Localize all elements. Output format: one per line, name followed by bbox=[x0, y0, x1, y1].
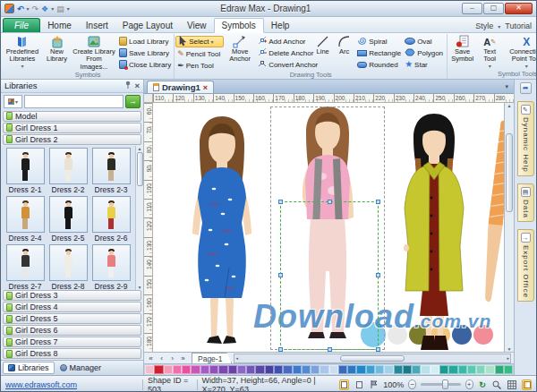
page-view-button[interactable] bbox=[354, 379, 363, 390]
scroll-left-icon[interactable]: ◂ bbox=[235, 355, 238, 361]
save-symbol-button[interactable]: Save Symbol bbox=[448, 34, 476, 70]
document-tab[interactable]: Drawing1 × bbox=[147, 81, 214, 93]
library-group-bar[interactable]: Girl Dress 8 bbox=[3, 348, 141, 359]
preview-icon[interactable]: ▤ bbox=[56, 4, 64, 13]
page-tab[interactable]: Page-1 bbox=[192, 353, 232, 363]
star-tool-button[interactable]: ★Star bbox=[403, 59, 446, 70]
library-scrollbar[interactable]: ▲ ▼ bbox=[135, 146, 143, 290]
selection-handle[interactable] bbox=[376, 273, 380, 277]
color-swatch[interactable] bbox=[458, 365, 467, 374]
search-go-button[interactable]: → bbox=[125, 95, 141, 108]
pan-window-button[interactable] bbox=[507, 379, 517, 390]
symbol-thumbnail[interactable]: Dress 2-8 bbox=[47, 244, 90, 290]
tutorial-button[interactable]: Tutorial bbox=[505, 21, 532, 30]
color-swatch[interactable] bbox=[302, 365, 311, 374]
color-swatch[interactable] bbox=[467, 365, 476, 374]
ribbon-tab[interactable]: Insert bbox=[79, 19, 115, 32]
horizontal-scrollbar[interactable]: ◂ ▸ bbox=[234, 354, 511, 363]
scroll-right-icon[interactable]: ▸ bbox=[507, 355, 509, 361]
tab-libraries[interactable]: Libraries bbox=[3, 362, 55, 374]
app-icon[interactable] bbox=[4, 4, 14, 13]
save-library-button[interactable]: Save Library bbox=[117, 47, 173, 58]
last-page-button[interactable]: » bbox=[178, 354, 188, 363]
selection-handle[interactable] bbox=[328, 200, 332, 204]
color-swatch[interactable] bbox=[274, 365, 283, 374]
selection-handle[interactable] bbox=[376, 200, 380, 204]
color-swatch[interactable] bbox=[347, 365, 356, 374]
line-tool-button[interactable]: Line bbox=[312, 34, 333, 71]
library-group-bar[interactable]: Girl Dress 6 bbox=[3, 325, 141, 336]
load-library-button[interactable]: Load Library bbox=[117, 36, 173, 47]
scroll-up-icon[interactable]: ▲ bbox=[507, 103, 512, 108]
selection-handle[interactable] bbox=[278, 273, 283, 277]
format-painter-icon[interactable]: ❖ bbox=[41, 4, 48, 13]
zoom-slider[interactable] bbox=[421, 383, 460, 386]
tab-export-office[interactable]: → Export Office bbox=[517, 229, 534, 302]
pencil-tool-button[interactable]: ✎Pencil Tool bbox=[175, 48, 224, 59]
connection-point-tool-button[interactable]: X Connection Point Tool▾ bbox=[503, 34, 536, 70]
library-group-bar[interactable]: Girl Dress 5 bbox=[3, 313, 141, 324]
color-swatch[interactable] bbox=[439, 365, 448, 374]
drawing-canvas[interactable]: Download.com.vn bbox=[153, 103, 504, 352]
qat-menu-icon[interactable]: ▾ bbox=[67, 5, 70, 12]
pin-icon[interactable] bbox=[124, 81, 132, 90]
rounded-tool-button[interactable]: Rounded bbox=[355, 59, 402, 70]
ribbon-tab[interactable]: Page Layout bbox=[115, 19, 180, 32]
create-library-button[interactable]: Create Library From Images... bbox=[72, 34, 116, 71]
tab-dynamic-help[interactable]: ✎ Dynamic Help bbox=[517, 101, 534, 176]
symbol-thumbnail[interactable]: Dress 2-6 bbox=[90, 196, 132, 243]
undo-dropdown-icon[interactable]: ▾ bbox=[27, 5, 30, 12]
close-button[interactable]: ✕ bbox=[505, 3, 533, 14]
color-swatch[interactable] bbox=[228, 365, 237, 374]
color-swatch[interactable] bbox=[356, 365, 365, 374]
ribbon-tab[interactable]: Home bbox=[40, 19, 79, 32]
first-page-button[interactable]: « bbox=[146, 354, 156, 363]
toggle-panels-button[interactable] bbox=[522, 379, 532, 390]
arc-tool-button[interactable]: Arc bbox=[334, 34, 354, 71]
maximize-button[interactable]: ▢ bbox=[483, 3, 504, 14]
color-swatch[interactable] bbox=[265, 365, 274, 374]
color-swatch[interactable] bbox=[293, 365, 302, 374]
ribbon-tab[interactable]: View bbox=[180, 19, 214, 32]
color-swatch[interactable] bbox=[412, 365, 421, 374]
color-swatch[interactable] bbox=[329, 365, 338, 374]
tab-file[interactable]: File bbox=[3, 18, 40, 32]
close-library-button[interactable]: Close Library bbox=[117, 59, 173, 70]
color-swatch[interactable] bbox=[504, 365, 513, 374]
scroll-down-icon[interactable]: ▼ bbox=[138, 285, 142, 290]
add-anchor-button[interactable]: Add Anchor bbox=[256, 36, 311, 47]
color-swatch[interactable] bbox=[403, 365, 412, 374]
library-group-bar[interactable]: Girl Dress 3 bbox=[3, 290, 141, 301]
new-library-button[interactable]: New Library bbox=[43, 34, 71, 71]
symbol-thumbnail[interactable]: Dress 2-2 bbox=[47, 148, 90, 194]
scrollbar-thumb[interactable] bbox=[340, 355, 405, 362]
tab-manager[interactable]: Manager bbox=[55, 362, 107, 373]
library-search-input[interactable] bbox=[24, 95, 124, 108]
selection-box[interactable] bbox=[280, 201, 379, 350]
ribbon-tab[interactable]: Help bbox=[264, 19, 297, 32]
vertical-scrollbar[interactable]: ▲ ▼ bbox=[504, 103, 514, 352]
undo-icon[interactable]: ↶ bbox=[17, 4, 24, 13]
color-swatch[interactable] bbox=[283, 365, 292, 374]
library-group-bar[interactable]: Girl Dress 2 bbox=[3, 134, 141, 145]
zoom-slider-thumb[interactable] bbox=[442, 379, 448, 389]
zoom-out-button[interactable]: − bbox=[408, 379, 416, 389]
panel-expand-icon[interactable]: ➦ bbox=[520, 82, 532, 94]
minimize-button[interactable]: – bbox=[462, 3, 482, 14]
color-swatch[interactable] bbox=[384, 365, 393, 374]
symbol-filter-dropdown[interactable]: ▾ bbox=[4, 95, 22, 108]
color-swatch[interactable] bbox=[154, 365, 163, 374]
style-dropdown-icon[interactable]: ▾ bbox=[498, 23, 500, 30]
color-swatch[interactable] bbox=[320, 365, 328, 374]
color-swatch[interactable] bbox=[145, 365, 154, 374]
library-group-bar[interactable]: Girl Dress 7 bbox=[3, 337, 141, 347]
flag-view-button[interactable] bbox=[369, 379, 379, 390]
color-swatch[interactable] bbox=[246, 365, 255, 374]
selection-handle[interactable] bbox=[278, 200, 283, 204]
color-swatch[interactable] bbox=[218, 365, 227, 374]
color-swatch[interactable] bbox=[237, 365, 246, 374]
color-swatch[interactable] bbox=[182, 365, 191, 374]
convert-anchor-button[interactable]: Convert Anchor bbox=[256, 59, 311, 70]
library-group-bar[interactable]: Girl Dress 1 bbox=[3, 123, 141, 133]
selection-handle[interactable] bbox=[328, 347, 332, 352]
